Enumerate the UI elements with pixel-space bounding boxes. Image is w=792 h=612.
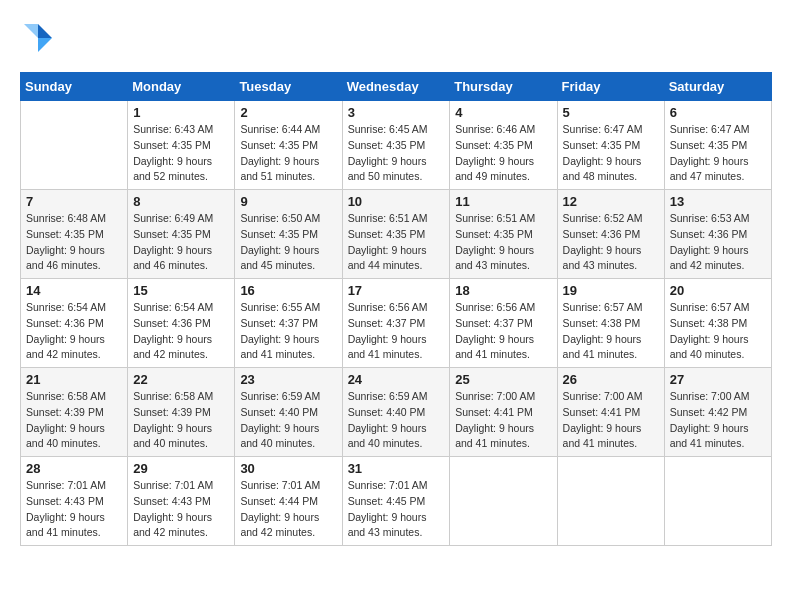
day-number: 15 — [133, 283, 229, 298]
calendar-cell: 27Sunrise: 7:00 AMSunset: 4:42 PMDayligh… — [664, 368, 771, 457]
day-info: Sunrise: 6:53 AMSunset: 4:36 PMDaylight:… — [670, 211, 766, 274]
day-info: Sunrise: 6:43 AMSunset: 4:35 PMDaylight:… — [133, 122, 229, 185]
calendar-cell: 23Sunrise: 6:59 AMSunset: 4:40 PMDayligh… — [235, 368, 342, 457]
day-number: 19 — [563, 283, 659, 298]
calendar-cell: 14Sunrise: 6:54 AMSunset: 4:36 PMDayligh… — [21, 279, 128, 368]
day-info: Sunrise: 6:45 AMSunset: 4:35 PMDaylight:… — [348, 122, 445, 185]
calendar-cell — [664, 457, 771, 546]
day-number: 3 — [348, 105, 445, 120]
day-number: 5 — [563, 105, 659, 120]
day-of-week-header: Wednesday — [342, 73, 450, 101]
day-number: 20 — [670, 283, 766, 298]
day-info: Sunrise: 7:01 AMSunset: 4:43 PMDaylight:… — [26, 478, 122, 541]
day-info: Sunrise: 6:54 AMSunset: 4:36 PMDaylight:… — [26, 300, 122, 363]
calendar-cell: 13Sunrise: 6:53 AMSunset: 4:36 PMDayligh… — [664, 190, 771, 279]
day-number: 11 — [455, 194, 551, 209]
day-info: Sunrise: 6:56 AMSunset: 4:37 PMDaylight:… — [348, 300, 445, 363]
day-info: Sunrise: 6:59 AMSunset: 4:40 PMDaylight:… — [240, 389, 336, 452]
calendar-cell: 5Sunrise: 6:47 AMSunset: 4:35 PMDaylight… — [557, 101, 664, 190]
calendar-cell: 21Sunrise: 6:58 AMSunset: 4:39 PMDayligh… — [21, 368, 128, 457]
calendar: SundayMondayTuesdayWednesdayThursdayFrid… — [20, 72, 772, 546]
day-info: Sunrise: 6:47 AMSunset: 4:35 PMDaylight:… — [670, 122, 766, 185]
day-number: 12 — [563, 194, 659, 209]
calendar-cell: 16Sunrise: 6:55 AMSunset: 4:37 PMDayligh… — [235, 279, 342, 368]
day-number: 13 — [670, 194, 766, 209]
day-info: Sunrise: 6:55 AMSunset: 4:37 PMDaylight:… — [240, 300, 336, 363]
day-info: Sunrise: 6:59 AMSunset: 4:40 PMDaylight:… — [348, 389, 445, 452]
day-info: Sunrise: 6:58 AMSunset: 4:39 PMDaylight:… — [133, 389, 229, 452]
day-number: 22 — [133, 372, 229, 387]
day-of-week-header: Saturday — [664, 73, 771, 101]
day-info: Sunrise: 7:01 AMSunset: 4:44 PMDaylight:… — [240, 478, 336, 541]
day-number: 17 — [348, 283, 445, 298]
day-number: 7 — [26, 194, 122, 209]
calendar-cell: 20Sunrise: 6:57 AMSunset: 4:38 PMDayligh… — [664, 279, 771, 368]
calendar-cell: 10Sunrise: 6:51 AMSunset: 4:35 PMDayligh… — [342, 190, 450, 279]
day-info: Sunrise: 7:00 AMSunset: 4:42 PMDaylight:… — [670, 389, 766, 452]
day-info: Sunrise: 6:47 AMSunset: 4:35 PMDaylight:… — [563, 122, 659, 185]
calendar-cell: 12Sunrise: 6:52 AMSunset: 4:36 PMDayligh… — [557, 190, 664, 279]
calendar-cell — [557, 457, 664, 546]
day-number: 4 — [455, 105, 551, 120]
day-info: Sunrise: 6:51 AMSunset: 4:35 PMDaylight:… — [348, 211, 445, 274]
day-number: 29 — [133, 461, 229, 476]
day-number: 30 — [240, 461, 336, 476]
calendar-cell: 22Sunrise: 6:58 AMSunset: 4:39 PMDayligh… — [128, 368, 235, 457]
day-info: Sunrise: 6:56 AMSunset: 4:37 PMDaylight:… — [455, 300, 551, 363]
day-of-week-header: Thursday — [450, 73, 557, 101]
day-number: 8 — [133, 194, 229, 209]
day-number: 9 — [240, 194, 336, 209]
day-info: Sunrise: 6:57 AMSunset: 4:38 PMDaylight:… — [670, 300, 766, 363]
day-number: 2 — [240, 105, 336, 120]
calendar-cell: 7Sunrise: 6:48 AMSunset: 4:35 PMDaylight… — [21, 190, 128, 279]
calendar-cell: 31Sunrise: 7:01 AMSunset: 4:45 PMDayligh… — [342, 457, 450, 546]
calendar-cell: 26Sunrise: 7:00 AMSunset: 4:41 PMDayligh… — [557, 368, 664, 457]
day-number: 18 — [455, 283, 551, 298]
svg-marker-0 — [38, 24, 52, 38]
calendar-cell: 17Sunrise: 6:56 AMSunset: 4:37 PMDayligh… — [342, 279, 450, 368]
calendar-cell: 19Sunrise: 6:57 AMSunset: 4:38 PMDayligh… — [557, 279, 664, 368]
day-info: Sunrise: 7:01 AMSunset: 4:43 PMDaylight:… — [133, 478, 229, 541]
day-number: 25 — [455, 372, 551, 387]
calendar-cell: 29Sunrise: 7:01 AMSunset: 4:43 PMDayligh… — [128, 457, 235, 546]
calendar-header-row: SundayMondayTuesdayWednesdayThursdayFrid… — [21, 73, 772, 101]
calendar-week-row: 1Sunrise: 6:43 AMSunset: 4:35 PMDaylight… — [21, 101, 772, 190]
calendar-cell: 24Sunrise: 6:59 AMSunset: 4:40 PMDayligh… — [342, 368, 450, 457]
day-info: Sunrise: 6:50 AMSunset: 4:35 PMDaylight:… — [240, 211, 336, 274]
day-info: Sunrise: 6:46 AMSunset: 4:35 PMDaylight:… — [455, 122, 551, 185]
day-number: 26 — [563, 372, 659, 387]
calendar-week-row: 7Sunrise: 6:48 AMSunset: 4:35 PMDaylight… — [21, 190, 772, 279]
calendar-cell: 1Sunrise: 6:43 AMSunset: 4:35 PMDaylight… — [128, 101, 235, 190]
day-of-week-header: Tuesday — [235, 73, 342, 101]
day-info: Sunrise: 6:52 AMSunset: 4:36 PMDaylight:… — [563, 211, 659, 274]
day-number: 28 — [26, 461, 122, 476]
day-number: 23 — [240, 372, 336, 387]
calendar-cell: 28Sunrise: 7:01 AMSunset: 4:43 PMDayligh… — [21, 457, 128, 546]
calendar-cell: 11Sunrise: 6:51 AMSunset: 4:35 PMDayligh… — [450, 190, 557, 279]
calendar-cell: 3Sunrise: 6:45 AMSunset: 4:35 PMDaylight… — [342, 101, 450, 190]
day-info: Sunrise: 6:51 AMSunset: 4:35 PMDaylight:… — [455, 211, 551, 274]
calendar-cell: 9Sunrise: 6:50 AMSunset: 4:35 PMDaylight… — [235, 190, 342, 279]
day-number: 14 — [26, 283, 122, 298]
day-info: Sunrise: 6:44 AMSunset: 4:35 PMDaylight:… — [240, 122, 336, 185]
day-number: 16 — [240, 283, 336, 298]
svg-marker-2 — [24, 24, 38, 38]
day-number: 31 — [348, 461, 445, 476]
day-info: Sunrise: 6:54 AMSunset: 4:36 PMDaylight:… — [133, 300, 229, 363]
day-number: 10 — [348, 194, 445, 209]
calendar-cell — [21, 101, 128, 190]
calendar-week-row: 21Sunrise: 6:58 AMSunset: 4:39 PMDayligh… — [21, 368, 772, 457]
calendar-cell: 6Sunrise: 6:47 AMSunset: 4:35 PMDaylight… — [664, 101, 771, 190]
calendar-cell: 8Sunrise: 6:49 AMSunset: 4:35 PMDaylight… — [128, 190, 235, 279]
day-number: 1 — [133, 105, 229, 120]
calendar-cell: 4Sunrise: 6:46 AMSunset: 4:35 PMDaylight… — [450, 101, 557, 190]
day-info: Sunrise: 6:57 AMSunset: 4:38 PMDaylight:… — [563, 300, 659, 363]
page-header — [20, 20, 772, 56]
calendar-cell: 2Sunrise: 6:44 AMSunset: 4:35 PMDaylight… — [235, 101, 342, 190]
calendar-week-row: 28Sunrise: 7:01 AMSunset: 4:43 PMDayligh… — [21, 457, 772, 546]
day-info: Sunrise: 6:49 AMSunset: 4:35 PMDaylight:… — [133, 211, 229, 274]
logo-icon — [20, 20, 56, 56]
day-info: Sunrise: 7:00 AMSunset: 4:41 PMDaylight:… — [563, 389, 659, 452]
calendar-cell: 18Sunrise: 6:56 AMSunset: 4:37 PMDayligh… — [450, 279, 557, 368]
calendar-cell: 25Sunrise: 7:00 AMSunset: 4:41 PMDayligh… — [450, 368, 557, 457]
